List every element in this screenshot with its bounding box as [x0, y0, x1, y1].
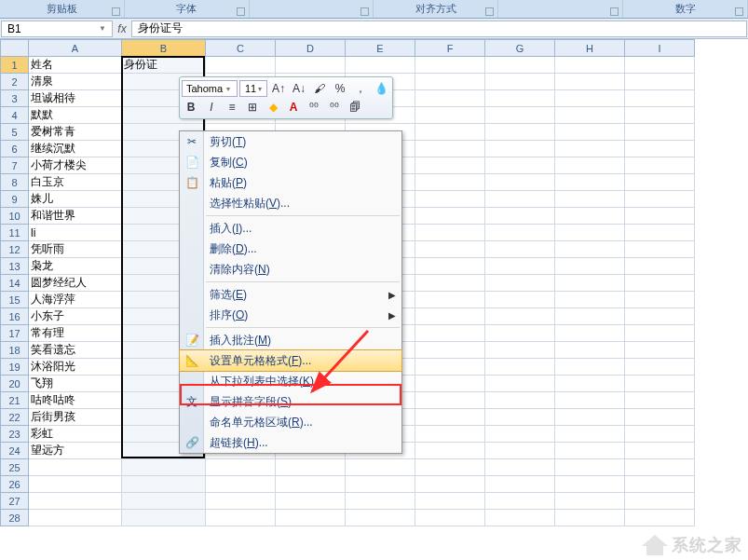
cell[interactable] [485, 107, 555, 124]
name-box[interactable]: B1 ▼ [1, 20, 113, 37]
cell[interactable] [625, 426, 695, 443]
cell[interactable] [415, 292, 485, 308]
cell[interactable] [625, 225, 695, 241]
cell[interactable] [415, 57, 485, 74]
bold-button[interactable]: B [182, 98, 200, 116]
cell[interactable] [122, 459, 206, 476]
cell[interactable] [555, 376, 625, 392]
column-header-I[interactable]: I [625, 40, 695, 57]
cell[interactable] [555, 225, 625, 241]
cell[interactable] [485, 292, 555, 308]
cell[interactable] [485, 342, 555, 359]
italic-button[interactable]: I [202, 98, 221, 116]
cell[interactable] [29, 493, 122, 510]
cell[interactable] [415, 275, 485, 292]
align-button[interactable]: ≡ [223, 98, 241, 116]
row-header[interactable]: 14 [1, 275, 29, 292]
cell[interactable] [485, 208, 555, 225]
cell[interactable] [485, 124, 555, 141]
cell[interactable]: 彩虹 [29, 426, 122, 443]
row-header[interactable]: 8 [1, 174, 29, 191]
cell[interactable] [206, 476, 276, 493]
cell[interactable] [415, 124, 485, 141]
row-header[interactable]: 1 [1, 57, 29, 74]
ribbon-group-clipboard[interactable]: 剪贴板 [0, 0, 125, 18]
context-menu-item[interactable]: 选择性粘贴(V)... [180, 193, 401, 213]
context-menu-item[interactable]: 📋粘贴(P) [180, 172, 401, 193]
fill-button[interactable]: ◆ [264, 98, 282, 116]
cell[interactable] [555, 409, 625, 426]
cell[interactable] [415, 359, 485, 376]
column-header-G[interactable]: G [485, 40, 555, 57]
cell[interactable]: 姓名 [29, 57, 122, 74]
cell[interactable] [415, 459, 485, 476]
cell[interactable] [625, 376, 695, 392]
cell[interactable] [555, 191, 625, 208]
cell[interactable] [485, 426, 555, 443]
cell[interactable] [555, 141, 625, 157]
cell[interactable] [485, 258, 555, 275]
cell[interactable] [485, 225, 555, 241]
cell[interactable]: 爱树常青 [29, 124, 122, 141]
cell[interactable] [555, 308, 625, 325]
cell[interactable] [625, 510, 695, 526]
cell[interactable] [485, 443, 555, 459]
font-color-button[interactable]: A [284, 98, 303, 116]
column-header-C[interactable]: C [206, 40, 276, 57]
cell[interactable] [485, 376, 555, 392]
cell[interactable] [625, 443, 695, 459]
cell[interactable] [415, 443, 485, 459]
row-header[interactable]: 24 [1, 443, 29, 459]
row-header[interactable]: 3 [1, 90, 29, 107]
cell[interactable]: 望远方 [29, 443, 122, 459]
row-header[interactable]: 2 [1, 74, 29, 90]
context-menu-item[interactable]: 📄复制(C) [180, 152, 401, 172]
cell[interactable] [415, 510, 485, 526]
cell[interactable] [206, 510, 276, 526]
comma-button[interactable]: ， [351, 79, 370, 98]
row-header[interactable]: 23 [1, 426, 29, 443]
context-menu-item[interactable]: 清除内容(N) [180, 259, 401, 280]
cell[interactable] [625, 275, 695, 292]
mini-font-picker[interactable]: Tahoma ▾ [182, 80, 238, 97]
cell[interactable] [276, 476, 346, 493]
cell[interactable] [555, 325, 625, 342]
row-header[interactable]: 27 [1, 493, 29, 510]
cell[interactable] [555, 174, 625, 191]
cell[interactable]: 小荷才楼尖 [29, 157, 122, 174]
context-menu-item[interactable]: 📐设置单元格格式(F)... [180, 350, 401, 371]
context-menu[interactable]: ✂剪切(T)📄复制(C)📋粘贴(P)选择性粘贴(V)...插入(I)...删除(… [179, 130, 402, 454]
row-header[interactable]: 6 [1, 141, 29, 157]
cell[interactable]: 沐浴阳光 [29, 359, 122, 376]
context-menu-item[interactable]: 文显示拼音字段(S) [180, 391, 401, 412]
cell[interactable] [555, 443, 625, 459]
cell[interactable] [485, 308, 555, 325]
cell[interactable] [485, 476, 555, 493]
cell[interactable]: 凭听雨 [29, 241, 122, 258]
cell[interactable] [555, 459, 625, 476]
cell[interactable] [625, 174, 695, 191]
row-header[interactable]: 19 [1, 359, 29, 376]
cell[interactable] [625, 359, 695, 376]
cell[interactable] [485, 459, 555, 476]
context-menu-item[interactable]: 插入(I)... [180, 218, 401, 239]
name-box-dropdown-icon[interactable]: ▼ [99, 24, 106, 33]
cell[interactable] [625, 191, 695, 208]
cell[interactable] [555, 292, 625, 308]
cell[interactable]: 咕咚咕咚 [29, 392, 122, 409]
cell[interactable] [625, 409, 695, 426]
cell[interactable]: 小东子 [29, 308, 122, 325]
cell[interactable] [346, 57, 415, 74]
row-header[interactable]: 12 [1, 241, 29, 258]
cell[interactable] [415, 191, 485, 208]
cell[interactable]: 和谐世界 [29, 208, 122, 225]
cell[interactable] [415, 376, 485, 392]
cell[interactable] [415, 308, 485, 325]
cell[interactable] [415, 409, 485, 426]
cell[interactable] [206, 57, 276, 74]
cell[interactable] [415, 325, 485, 342]
cell[interactable]: 坦诚相待 [29, 90, 122, 107]
cell[interactable] [555, 258, 625, 275]
cell[interactable]: 笑看遗忘 [29, 342, 122, 359]
context-menu-item[interactable]: 从下拉列表中选择(K)... [180, 371, 401, 391]
